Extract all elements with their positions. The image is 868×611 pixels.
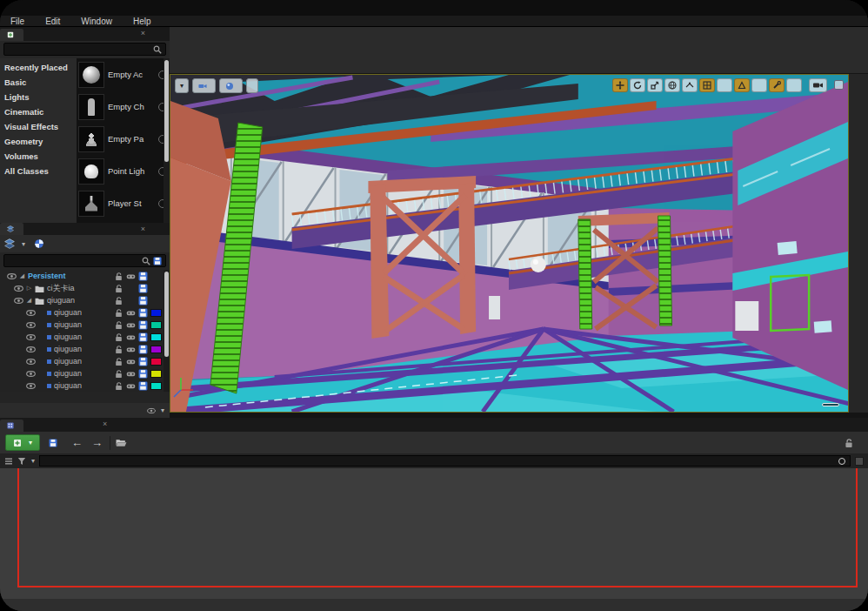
lock-icon[interactable] [114, 308, 124, 318]
eye-icon[interactable] [14, 284, 23, 293]
view-options-button[interactable]: ▾ [147, 406, 164, 415]
level-color-chip[interactable] [150, 346, 162, 353]
eye-icon[interactable] [26, 381, 36, 391]
gamepad-icon[interactable] [126, 308, 136, 318]
gamepad-icon[interactable] [126, 369, 136, 379]
category-item[interactable]: All Classes [0, 164, 77, 178]
grid-snap-value[interactable] [717, 78, 732, 92]
show-button[interactable] [246, 78, 258, 93]
search-classes-input[interactable] [3, 43, 166, 56]
level-color-chip[interactable] [150, 358, 162, 366]
camera-speed-button[interactable] [809, 78, 827, 92]
category-item[interactable]: Basic [0, 75, 77, 90]
save-all-button[interactable] [45, 434, 64, 451]
rotate-tool-button[interactable] [630, 78, 645, 92]
save-icon[interactable] [138, 345, 148, 354]
lock-icon[interactable] [114, 369, 124, 379]
gamepad-icon[interactable] [126, 381, 136, 391]
viewport-3d-scene[interactable] [170, 75, 848, 412]
rotation-snap-value[interactable] [751, 78, 767, 92]
scale-snap-value[interactable] [786, 78, 802, 92]
menu-item[interactable]: Help [123, 17, 162, 26]
close-icon[interactable]: × [141, 29, 145, 37]
level-row[interactable]: ◢ qiuguan [0, 294, 170, 306]
level-row[interactable]: qiuguan [0, 355, 170, 367]
level-color-chip[interactable] [150, 370, 162, 378]
forward-arrow-icon[interactable]: → [90, 436, 104, 449]
toolbar-button[interactable]: ▾ [217, 27, 260, 73]
level-row[interactable]: qiuguan [0, 306, 170, 319]
eye-icon[interactable] [26, 357, 36, 366]
actor-list-item[interactable]: Empty Ch [77, 91, 170, 123]
lock-icon[interactable] [114, 345, 124, 354]
levels-detail-icon[interactable] [34, 238, 44, 249]
level-row[interactable]: qiuguan [0, 343, 170, 355]
save-icon[interactable] [138, 296, 148, 306]
menu-item[interactable]: Edit [35, 17, 70, 26]
scale-tool-button[interactable] [647, 78, 663, 92]
rotation-snap-toggle[interactable] [734, 78, 750, 92]
gamepad-icon[interactable] [126, 332, 136, 342]
category-item[interactable]: Visual Effects [0, 119, 77, 134]
actor-list-item[interactable]: Empty Pa [77, 123, 170, 155]
viewport-options-button[interactable]: ▾ [175, 78, 189, 93]
lock-icon[interactable] [844, 438, 854, 448]
category-item[interactable]: Volumes [0, 149, 77, 164]
level-color-chip[interactable] [150, 309, 162, 317]
tab-place-actors[interactable] [0, 29, 23, 41]
menu-item[interactable]: Window [70, 17, 123, 26]
save-icon[interactable] [138, 308, 148, 318]
expand-arrow-icon[interactable]: ◢ [26, 297, 32, 304]
search-icon[interactable] [142, 257, 150, 265]
lock-icon[interactable] [114, 381, 124, 391]
new-level-icon[interactable] [153, 257, 162, 265]
move-tool-button[interactable] [612, 78, 628, 92]
lock-icon[interactable] [114, 357, 124, 366]
lock-icon[interactable] [114, 332, 124, 342]
search-assets-input[interactable] [39, 455, 851, 467]
gamepad-icon[interactable] [126, 345, 136, 354]
category-item[interactable]: Lights [0, 90, 77, 104]
eye-icon[interactable] [26, 369, 36, 379]
tab-levels[interactable] [0, 223, 23, 235]
category-item[interactable]: Geometry [0, 134, 77, 149]
level-row[interactable]: qiuguan [0, 379, 170, 392]
menu-item[interactable]: File [0, 17, 35, 26]
eye-icon[interactable] [26, 345, 36, 354]
close-icon[interactable]: × [103, 420, 107, 428]
save-icon[interactable] [138, 272, 148, 281]
title-bar[interactable] [0, 0, 868, 16]
save-icon[interactable] [138, 369, 148, 379]
level-color-chip[interactable] [150, 333, 162, 341]
perspective-button[interactable] [192, 78, 216, 93]
save-icon[interactable] [138, 381, 148, 391]
filters-button[interactable]: ▾ [17, 457, 35, 466]
gamepad-icon[interactable] [126, 357, 136, 366]
eye-icon[interactable] [26, 320, 36, 330]
save-icon[interactable] [138, 320, 148, 330]
expand-arrow-icon[interactable]: ◢ [19, 272, 25, 279]
search-icon[interactable] [838, 458, 845, 465]
eye-icon[interactable] [26, 332, 36, 342]
search-levels-input[interactable] [3, 254, 166, 267]
actor-list-item[interactable]: Empty Ac [77, 58, 170, 91]
gamepad-icon[interactable] [126, 272, 136, 281]
save-icon[interactable] [138, 357, 148, 366]
level-row[interactable]: ◢ Persistent [0, 270, 170, 282]
save-icon[interactable] [138, 284, 148, 293]
toolbar-button[interactable]: ▾ [173, 27, 217, 73]
view-settings-icon[interactable] [855, 457, 864, 466]
eye-icon[interactable] [7, 272, 17, 281]
level-row[interactable]: qiuguan [0, 367, 170, 379]
current-level-badge[interactable] [822, 403, 839, 406]
surface-snap-button[interactable] [682, 78, 698, 92]
levels-scrollbar[interactable] [164, 270, 170, 392]
close-icon[interactable]: × [141, 225, 145, 233]
tab-content-browser[interactable] [0, 420, 23, 432]
actor-list-item[interactable]: Player St [77, 187, 170, 219]
lock-icon[interactable] [114, 296, 124, 306]
world-local-toggle[interactable] [664, 78, 680, 92]
level-row[interactable]: qiuguan [0, 319, 170, 331]
eye-icon[interactable] [14, 296, 23, 306]
category-item[interactable]: Cinematic [0, 104, 77, 119]
